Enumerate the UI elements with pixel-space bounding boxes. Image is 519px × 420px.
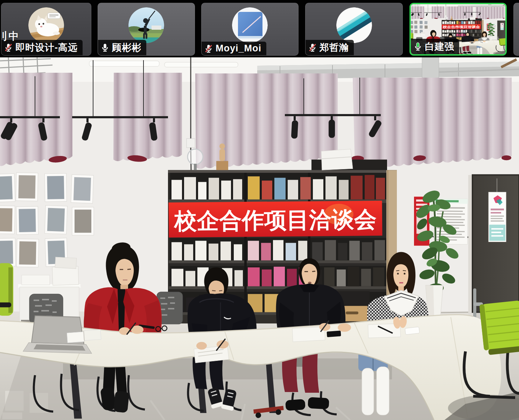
name-label-5: 白建强 <box>411 39 459 54</box>
meeting-app-window: { "app": {"kind": "video-conference-grid… <box>0 0 519 420</box>
participant-filmstrip: 即时设计-高远 <box>0 0 519 57</box>
participant-tile-active-speaker[interactable]: 白建强 <box>409 3 507 56</box>
participant-tile-2[interactable]: 顾彬彬 <box>98 3 195 56</box>
participant-tile-3[interactable]: Moyi_Moi <box>201 3 299 56</box>
participant-tile-6-partial[interactable] <box>513 3 519 56</box>
participant-name: 即时设计-高远 <box>15 41 78 54</box>
main-video-active-speaker[interactable] <box>0 57 519 420</box>
avatar-golfer <box>128 7 164 43</box>
participant-name: 顾彬彬 <box>112 41 141 54</box>
name-label-3: Moyi_Moi <box>202 42 266 55</box>
name-label-4: 郑哲瀚 <box>306 40 354 55</box>
participant-name: Moyi_Moi <box>216 43 261 54</box>
clipped-overlay-text: 刂中 <box>0 29 19 43</box>
avatar-teal-brush <box>336 7 372 43</box>
avatar-cat-photo <box>28 7 64 43</box>
avatar-blue-needle <box>232 7 268 43</box>
mic-on-icon <box>100 43 110 52</box>
name-label-2: 顾彬彬 <box>98 40 146 55</box>
mic-muted-icon <box>308 43 317 52</box>
mic-speaking-icon <box>413 42 422 51</box>
mic-muted-icon <box>4 43 13 52</box>
participant-tile-4[interactable]: 郑哲瀚 <box>305 3 403 56</box>
participant-name: 白建强 <box>425 40 454 53</box>
mic-muted-icon <box>204 44 213 53</box>
participant-name: 郑哲瀚 <box>320 41 349 54</box>
